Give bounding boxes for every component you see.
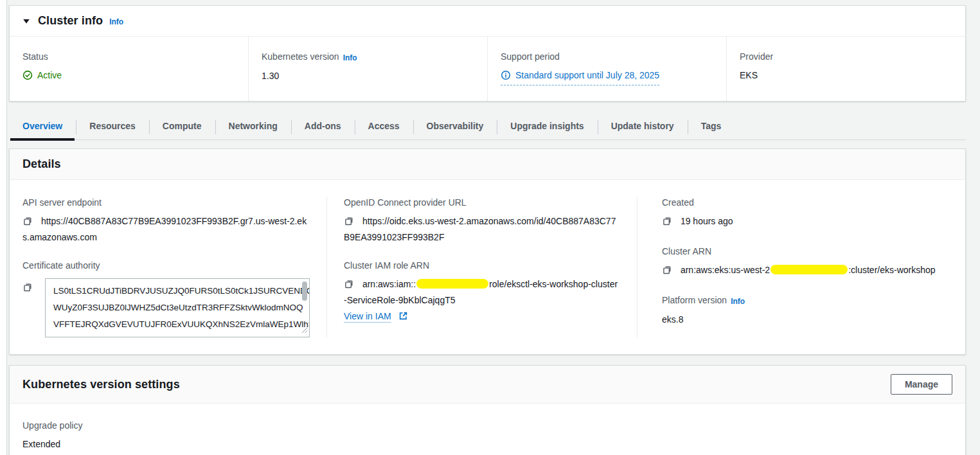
info-circle-icon xyxy=(501,70,511,80)
kubernetes-version-value: 1.30 xyxy=(262,69,474,83)
created-label: Created xyxy=(662,197,949,208)
tab-upgrade-insights[interactable]: Upgrade insights xyxy=(497,114,597,139)
details-column-2: OpenID Connect provider URL https://oidc… xyxy=(326,197,637,337)
status-label: Status xyxy=(22,51,235,62)
details-body: API server endpoint https://40CB887A83C7… xyxy=(10,180,965,354)
cluster-arn-suffix: :cluster/eks-workshop xyxy=(848,265,935,275)
redacted-account-id xyxy=(416,279,488,289)
manage-button[interactable]: Manage xyxy=(891,374,952,395)
tab-networking[interactable]: Networking xyxy=(215,114,291,139)
certificate-authority-textarea[interactable]: LS0tLS1CRUdJTiBDRVJUSUZJQ0FURS0tLS0tCk1J… xyxy=(45,278,310,337)
support-period-value: Standard support until July 28, 2025 xyxy=(515,68,659,82)
kubernetes-version-label: Kubernetes versionInfo xyxy=(262,51,474,63)
cluster-info-card: Cluster info Info Status Active xyxy=(9,5,966,102)
cluster-info-title: Cluster info xyxy=(38,14,103,28)
kubernetes-version-settings-title: Kubernetes version settings xyxy=(22,378,180,391)
tab-compute[interactable]: Compute xyxy=(149,114,215,139)
check-circle-icon xyxy=(22,70,33,80)
platform-version-label: Platform versionInfo xyxy=(662,294,949,307)
details-column-3: Created 19 hours ago Cluster ARN arn:aws… xyxy=(637,197,965,337)
copy-icon[interactable] xyxy=(662,218,675,228)
copy-icon[interactable] xyxy=(344,281,357,291)
scrollbar-thumb[interactable] xyxy=(302,281,307,301)
tab-add-ons[interactable]: Add-ons xyxy=(291,114,355,139)
support-period-link[interactable]: Standard support until July 28, 2025 xyxy=(501,68,659,85)
copy-icon[interactable] xyxy=(662,267,675,277)
cluster-arn-prefix: arn:aws:eks:us-west-2 xyxy=(681,265,770,275)
details-header: Details xyxy=(10,149,965,180)
tab-observability[interactable]: Observability xyxy=(413,114,497,139)
openid-provider-url-value: https://oidc.eks.us-west-2.amazonaws.com… xyxy=(344,216,616,242)
upgrade-policy-field: Upgrade policy Extended xyxy=(22,420,952,451)
kubernetes-version-settings-body: Upgrade policy Extended xyxy=(10,404,965,455)
certificate-authority-field: Certificate authority LS0tLS1CRUdJTiBDRV… xyxy=(22,260,310,337)
status-field: Status Active xyxy=(10,37,248,101)
upgrade-policy-value: Extended xyxy=(22,437,952,451)
api-server-endpoint-value: https://40CB887A83C77B9EA3991023FF993B2F… xyxy=(22,216,307,242)
tab-update-history[interactable]: Update history xyxy=(598,114,688,139)
copy-icon[interactable] xyxy=(22,282,33,294)
certificate-line: VFFTEJRQXdGVEVUTUJFR0ExVUUKQXhNS2EzVmlaW… xyxy=(53,316,296,333)
provider-label: Provider xyxy=(740,51,952,62)
cluster-info-body: Status Active Kubernetes xyxy=(10,37,965,101)
tab-overview[interactable]: Overview xyxy=(9,114,76,139)
status-value: Active xyxy=(37,68,62,82)
cluster-tabs: Overview Resources Compute Networking Ad… xyxy=(9,114,966,140)
support-period-label: Support period xyxy=(501,51,713,62)
cluster-info-header: Cluster info Info xyxy=(10,6,965,37)
cluster-arn-field: Cluster ARN arn:aws:eks:us-west-2:cluste… xyxy=(662,245,949,279)
cluster-iam-role-arn-field: Cluster IAM role ARN arn:aws:iam::role/e… xyxy=(344,260,620,323)
collapse-caret-icon[interactable] xyxy=(22,17,30,25)
created-field: Created 19 hours ago xyxy=(662,197,949,230)
status-badge: Active xyxy=(22,68,62,82)
cluster-iam-role-arn-label: Cluster IAM role ARN xyxy=(344,260,620,271)
details-title: Details xyxy=(22,157,61,171)
cluster-iam-role-arn-prefix: arn:aws:iam:: xyxy=(362,279,416,289)
external-link-icon[interactable] xyxy=(396,312,408,323)
platform-version-value: eks.8 xyxy=(662,312,949,326)
openid-provider-url-label: OpenID Connect provider URL xyxy=(344,197,620,208)
redacted-account-id xyxy=(771,265,848,274)
copy-icon[interactable] xyxy=(22,218,35,228)
openid-provider-url-field: OpenID Connect provider URL https://oidc… xyxy=(344,197,620,244)
resize-handle-icon[interactable] xyxy=(301,325,308,335)
details-card: Details API server endpoint https://40CB… xyxy=(9,148,966,355)
api-server-endpoint-label: API server endpoint xyxy=(22,197,310,208)
platform-version-field: Platform versionInfo eks.8 xyxy=(662,294,949,326)
certificate-line: WUyZ0F3SUJBZ0lJWHZ5dCt3eUtzdTR3RFFZSktvW… xyxy=(53,299,296,316)
certificate-line: LS0tLS1CRUdJTiBDRVJUSUZJQ0FURS0tLS0tCk1J… xyxy=(53,283,296,299)
details-column-1: API server endpoint https://40CB887A83C7… xyxy=(10,197,326,337)
provider-field: Provider EKS xyxy=(726,37,965,101)
kubernetes-version-field: Kubernetes versionInfo 1.30 xyxy=(248,37,487,101)
main-content: Cluster info Info Status Active xyxy=(6,0,980,455)
tab-resources[interactable]: Resources xyxy=(76,114,149,139)
cluster-info-info-link[interactable]: Info xyxy=(109,17,123,26)
platform-version-info-link[interactable]: Info xyxy=(731,297,745,306)
api-server-endpoint-field: API server endpoint https://40CB887A83C7… xyxy=(22,197,310,244)
support-period-field: Support period Standard support until Ju… xyxy=(487,37,726,101)
view-in-iam-link[interactable]: View in IAM xyxy=(344,311,391,321)
certificate-authority-label: Certificate authority xyxy=(22,260,310,271)
tab-access[interactable]: Access xyxy=(355,114,413,139)
tab-tags[interactable]: Tags xyxy=(688,114,735,139)
kubernetes-version-info-link[interactable]: Info xyxy=(343,53,357,62)
created-value: 19 hours ago xyxy=(681,216,733,226)
upgrade-policy-label: Upgrade policy xyxy=(22,420,952,431)
copy-icon[interactable] xyxy=(344,218,357,228)
kubernetes-version-settings-card: Kubernetes version settings Manage Upgra… xyxy=(9,365,966,455)
cluster-arn-label: Cluster ARN xyxy=(662,245,949,257)
kubernetes-version-settings-header: Kubernetes version settings Manage xyxy=(10,366,965,404)
provider-value: EKS xyxy=(740,68,952,82)
